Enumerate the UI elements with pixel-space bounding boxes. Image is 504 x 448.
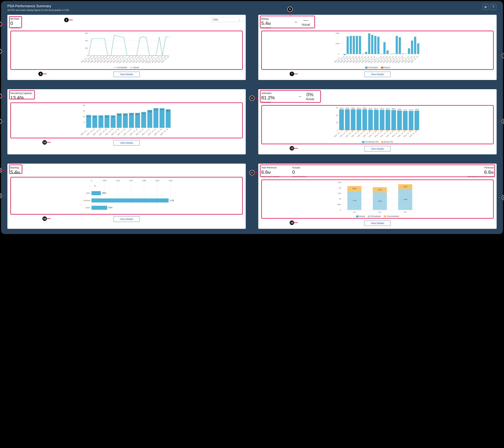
svg-text:475K: 475K xyxy=(352,188,356,190)
svg-rect-120 xyxy=(147,110,152,128)
kpi-vs-value: 0% xyxy=(306,92,313,97)
bill-rate-chart: 02004006002024 - 10 - …2024 - 10 - 03202… xyxy=(10,31,243,70)
svg-rect-227 xyxy=(91,198,169,203)
svg-text:20: 20 xyxy=(83,104,85,106)
view-details-button[interactable]: View Details xyxy=(113,140,140,146)
svg-text:1M: 1M xyxy=(339,198,341,200)
page-title: PSA Performance Summary xyxy=(7,4,497,8)
view-details-button[interactable]: View Details xyxy=(113,216,140,222)
svg-text:0: 0 xyxy=(340,209,341,211)
svg-rect-168 xyxy=(391,110,396,130)
svg-text:0: 0 xyxy=(337,129,338,131)
annotation-badge: 7 xyxy=(289,71,294,77)
backlog-card: 14 15 Backlog 5.4M 0700K1.4M2.1M2.8M3.5M… xyxy=(7,164,246,229)
svg-rect-122 xyxy=(153,108,159,128)
vs-label: vs. xyxy=(295,21,297,23)
period-select[interactable]: Daily ⌄ xyxy=(211,17,242,22)
annotation-badge: 12 xyxy=(502,119,504,124)
svg-text:83.6: 83.6 xyxy=(363,107,366,109)
view-details-button[interactable]: View Details xyxy=(364,146,390,151)
svg-rect-124 xyxy=(160,108,164,128)
svg-rect-176 xyxy=(414,111,419,130)
help-button[interactable]: ? xyxy=(490,4,496,10)
svg-point-186 xyxy=(387,129,389,131)
view-details-button[interactable]: View Details xyxy=(113,72,140,77)
svg-text:4.1M: 4.1M xyxy=(170,199,174,201)
svg-point-191 xyxy=(416,129,417,131)
kpi-sub: Actual/Day xyxy=(10,27,243,29)
svg-text:832K: 832K xyxy=(108,207,113,209)
svg-text:1.9M: 1.9M xyxy=(403,198,407,200)
svg-text:83.6: 83.6 xyxy=(351,107,355,109)
svg-rect-58 xyxy=(396,36,398,54)
svg-text:5: 5 xyxy=(84,121,85,123)
svg-rect-46 xyxy=(359,36,361,54)
svg-text:1.7M: 1.7M xyxy=(353,200,356,201)
svg-text:EMEA: EMEA xyxy=(86,207,90,209)
svg-text:11.3: 11.3 xyxy=(87,116,90,117)
kpi-value: 13.4% xyxy=(10,95,243,101)
svg-point-185 xyxy=(381,129,383,131)
annotation-badge: 18 xyxy=(502,195,504,200)
svg-text:0: 0 xyxy=(94,185,95,187)
svg-rect-150 xyxy=(339,110,344,130)
svg-text:17.4: 17.4 xyxy=(154,109,158,111)
page-subtitle: All KPIs and charts display figures for … xyxy=(7,9,497,11)
svg-text:495K: 495K xyxy=(102,192,107,194)
svg-text:10: 10 xyxy=(83,116,85,117)
svg-text:15.8: 15.8 xyxy=(148,110,152,113)
vs-label: vs. xyxy=(299,95,302,97)
svg-text:83.6: 83.6 xyxy=(346,107,349,109)
kpi-value: 5.4M xyxy=(261,20,271,26)
svg-text:81.7: 81.7 xyxy=(375,108,378,110)
kpi-sub: Scheduled xyxy=(261,27,271,29)
svg-rect-156 xyxy=(357,109,361,130)
kpi-sub: Scheduled xyxy=(261,101,275,103)
svg-rect-63 xyxy=(411,41,413,54)
svg-text:77.1: 77.1 xyxy=(404,109,407,111)
kpi-title: Billings xyxy=(261,17,271,20)
chart-legend: Scheduled Actual xyxy=(12,66,241,69)
svg-text:Oct: Oct xyxy=(353,211,356,213)
svg-point-178 xyxy=(341,129,342,131)
annotation-badge: 13 xyxy=(289,146,294,151)
annotation-badge: 5 xyxy=(288,7,293,12)
kpi-vs-sub: Actual xyxy=(306,97,314,101)
kpi-title: Bill Rate xyxy=(10,17,243,20)
svg-text:Nov: Nov xyxy=(378,211,381,213)
annotation-badge: 4 xyxy=(38,71,43,77)
svg-text:16.4: 16.4 xyxy=(166,110,170,112)
svg-text:-: - xyxy=(90,185,90,187)
help-icon: ? xyxy=(493,5,494,9)
view-details-button[interactable]: View Details xyxy=(364,220,390,226)
kpi-title: Remaining Capacity xyxy=(10,92,243,95)
svg-text:78.3: 78.3 xyxy=(415,108,418,110)
kpi-value: 5.4M xyxy=(10,169,243,175)
svg-rect-48 xyxy=(365,52,367,54)
svg-text:13.2: 13.2 xyxy=(130,113,133,116)
svg-text:77.3: 77.3 xyxy=(409,109,413,111)
svg-text:2M: 2M xyxy=(339,187,341,189)
svg-text:500K: 500K xyxy=(337,203,341,205)
svg-rect-57 xyxy=(393,54,395,54)
svg-rect-41 xyxy=(343,54,346,55)
svg-rect-45 xyxy=(356,36,358,54)
kpi-value: 81.2% xyxy=(261,95,275,101)
settings-button[interactable]: ⚙ xyxy=(483,4,488,10)
svg-rect-62 xyxy=(408,48,410,54)
svg-point-189 xyxy=(405,129,406,131)
annotation-badge: 15 xyxy=(0,193,2,198)
svg-text:15: 15 xyxy=(83,110,85,112)
svg-rect-60 xyxy=(402,54,404,54)
svg-rect-174 xyxy=(409,111,414,130)
svg-rect-52 xyxy=(377,37,379,54)
svg-text:Americas: Americas xyxy=(83,200,90,201)
view-details-button[interactable]: View Details xyxy=(364,72,390,77)
utilization-card: 11 12 Utilization 81.2% Scheduled vs. 0%… xyxy=(258,89,497,154)
svg-rect-126 xyxy=(166,109,171,128)
annotation-badge: 1 xyxy=(64,17,69,22)
annotation-badge: 8 xyxy=(0,94,2,99)
svg-text:1.5M: 1.5M xyxy=(338,193,341,195)
chart-legend: Scheduled Actual xyxy=(263,66,492,69)
annotation-badge: 10 xyxy=(42,140,47,145)
